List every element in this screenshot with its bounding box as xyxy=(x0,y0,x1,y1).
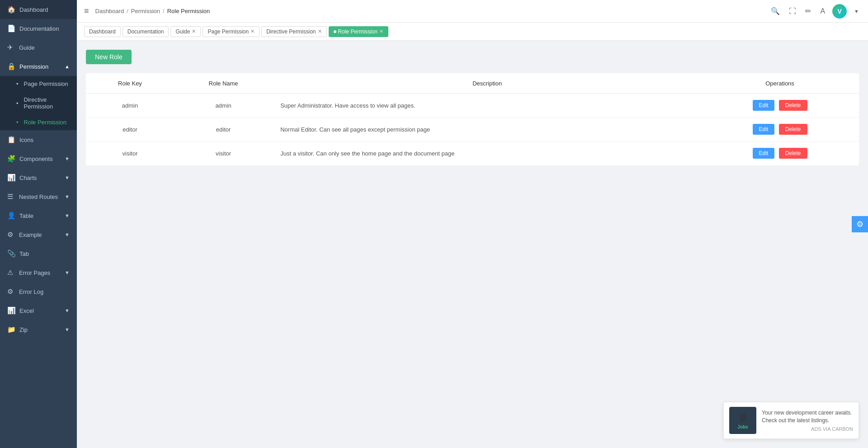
tag-close-icon[interactable]: ✕ xyxy=(318,28,322,34)
sidebar-item-documentation[interactable]: 📄 Documentation xyxy=(0,19,77,38)
sidebar-item-label: Nested Routes xyxy=(19,193,61,200)
sidebar-item-label: Documentation xyxy=(19,25,70,32)
breadcrumb-permission[interactable]: Permission xyxy=(131,8,160,14)
topbar-right: 🔍 ⛶ ✏ A V ▼ xyxy=(769,4,861,19)
sidebar-item-label: Table xyxy=(19,212,61,219)
sidebar-item-nested-routes[interactable]: ☰ Nested Routes ▼ xyxy=(0,187,77,206)
sidebar-item-label: Error Pages xyxy=(19,269,61,276)
cell-role-key: admin xyxy=(86,94,174,118)
edit-icon[interactable]: ✏ xyxy=(803,5,813,17)
tag-close-icon[interactable]: ✕ xyxy=(192,28,196,34)
cell-description: Just a visitor. Can only see the home pa… xyxy=(273,141,701,165)
delete-button[interactable]: Delete xyxy=(779,100,807,111)
tag-close-icon[interactable]: ✕ xyxy=(379,28,383,34)
new-role-button[interactable]: New Role xyxy=(86,50,132,64)
sidebar-item-guide[interactable]: ✈ Guide xyxy=(0,38,77,57)
tag-label: Dashboard xyxy=(89,28,116,35)
tag-dashboard[interactable]: Dashboard xyxy=(84,26,121,37)
nested-routes-icon: ☰ xyxy=(7,193,15,201)
table-row: visitor visitor Just a visitor. Can only… xyxy=(86,141,859,165)
ads-logo: 🖥 Jobs xyxy=(729,407,756,434)
sidebar-item-label: Error Log xyxy=(19,288,70,295)
sidebar-item-label: Dashboard xyxy=(19,6,70,13)
tag-page-permission[interactable]: Page Permission ✕ xyxy=(203,26,259,37)
sidebar-item-page-permission[interactable]: Page Permission xyxy=(0,76,77,92)
search-icon[interactable]: 🔍 xyxy=(769,5,782,17)
tag-label: Page Permission xyxy=(208,28,249,35)
roles-table: Role Key Role Name Description Operation… xyxy=(86,73,859,165)
sidebar-item-label: Zip xyxy=(19,326,61,333)
sidebar-item-zip[interactable]: 📁 Zip ▼ xyxy=(0,320,77,339)
sidebar-item-components[interactable]: 🧩 Components ▼ xyxy=(0,149,77,168)
floating-settings-button[interactable]: ⚙ xyxy=(852,216,868,232)
avatar[interactable]: V xyxy=(832,4,847,19)
breadcrumb-dashboard[interactable]: Dashboard xyxy=(95,8,124,14)
cell-operations: Edit Delete xyxy=(701,141,859,165)
example-icon: ⚙ xyxy=(7,231,15,239)
sidebar: 🏠 Dashboard 📄 Documentation ✈ Guide 🔒 Pe… xyxy=(0,0,77,448)
error-pages-icon: ⚠ xyxy=(7,269,15,277)
edit-button[interactable]: Edit xyxy=(753,100,775,111)
directive-permission-label: Directive Permission xyxy=(24,96,70,110)
chevron-down-icon: ▼ xyxy=(65,194,70,199)
documentation-icon: 📄 xyxy=(7,24,16,33)
tab-icon: 📎 xyxy=(7,250,16,258)
sidebar-item-directive-permission[interactable]: Directive Permission xyxy=(0,92,77,114)
table-icon: 👤 xyxy=(7,212,16,220)
zip-icon: 📁 xyxy=(7,325,16,334)
edit-button[interactable]: Edit xyxy=(753,124,775,135)
tag-documentation[interactable]: Documentation xyxy=(123,26,169,37)
sidebar-item-table[interactable]: 👤 Table ▼ xyxy=(0,206,77,225)
sidebar-item-tab[interactable]: 📎 Tab xyxy=(0,244,77,263)
sidebar-item-charts[interactable]: 📊 Charts ▼ xyxy=(0,168,77,187)
cell-role-name: editor xyxy=(174,118,273,141)
chevron-down-icon: ▼ xyxy=(65,270,70,275)
sidebar-item-label: Excel xyxy=(19,307,61,314)
ads-footer: ADS VIA CARBON xyxy=(762,426,853,432)
sidebar-item-role-permission[interactable]: Role Permission xyxy=(0,114,77,130)
cell-description: Super Administrator. Have access to view… xyxy=(273,94,701,118)
chevron-down-icon: ▼ xyxy=(65,175,70,180)
tag-role-permission[interactable]: Role Permission ✕ xyxy=(329,26,388,37)
tag-guide[interactable]: Guide ✕ xyxy=(170,26,201,37)
delete-button[interactable]: Delete xyxy=(779,124,807,135)
topbar-left: ≡ Dashboard / Permission / Role Permissi… xyxy=(84,6,210,16)
excel-icon: 📊 xyxy=(7,307,16,315)
tag-close-icon[interactable]: ✕ xyxy=(250,28,255,34)
guide-icon: ✈ xyxy=(7,43,15,52)
fullscreen-icon[interactable]: ⛶ xyxy=(787,5,798,17)
chevron-down-icon: ▼ xyxy=(65,327,70,332)
sidebar-item-error-log[interactable]: ⚙ Error Log xyxy=(0,282,77,301)
dashboard-icon: 🏠 xyxy=(7,5,16,14)
sidebar-item-dashboard[interactable]: 🏠 Dashboard xyxy=(0,0,77,19)
tag-directive-permission[interactable]: Directive Permission ✕ xyxy=(261,26,326,37)
sidebar-item-permission[interactable]: 🔒 Permission ▲ xyxy=(0,57,77,76)
cell-role-name: admin xyxy=(174,94,273,118)
sidebar-item-excel[interactable]: 📊 Excel ▼ xyxy=(0,301,77,320)
breadcrumb-current: Role Permission xyxy=(167,8,210,14)
content-area: New Role Role Key Role Name Description … xyxy=(77,41,868,448)
sidebar-item-example[interactable]: ⚙ Example ▼ xyxy=(0,225,77,244)
tag-label: Guide xyxy=(175,28,190,35)
language-icon[interactable]: A xyxy=(818,5,827,17)
tag-label: Directive Permission xyxy=(266,28,316,35)
sidebar-item-label: Icons xyxy=(19,137,70,143)
sidebar-item-icons[interactable]: 📋 Icons xyxy=(0,130,77,149)
edit-button[interactable]: Edit xyxy=(753,148,775,159)
sidebar-item-label: Example xyxy=(19,231,61,238)
col-header-description: Description xyxy=(273,74,701,94)
chevron-down-icon: ▼ xyxy=(65,213,70,218)
chevron-down-icon: ▼ xyxy=(65,232,70,237)
tag-label: Documentation xyxy=(127,28,164,35)
delete-button[interactable]: Delete xyxy=(779,148,807,159)
sidebar-item-error-pages[interactable]: ⚠ Error Pages ▼ xyxy=(0,263,77,282)
table-row: admin admin Super Administrator. Have ac… xyxy=(86,94,859,118)
breadcrumb-separator: / xyxy=(163,8,165,14)
chevron-down-icon: ▼ xyxy=(65,156,70,161)
sidebar-item-label: Charts xyxy=(19,174,61,181)
lock-icon: 🔒 xyxy=(7,62,16,71)
arrow-down-icon[interactable]: ▼ xyxy=(852,7,861,16)
cell-description: Normal Editor. Can see all pages except … xyxy=(273,118,701,141)
sidebar-item-label: Components xyxy=(19,156,61,162)
hamburger-icon[interactable]: ≡ xyxy=(84,6,89,16)
